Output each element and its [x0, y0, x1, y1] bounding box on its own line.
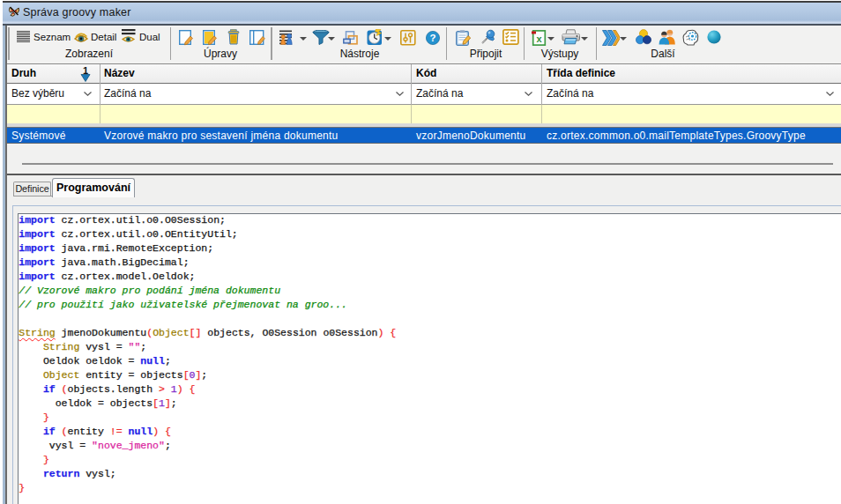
svg-text:?: ? [429, 33, 435, 44]
svg-text:x: x [537, 33, 543, 44]
